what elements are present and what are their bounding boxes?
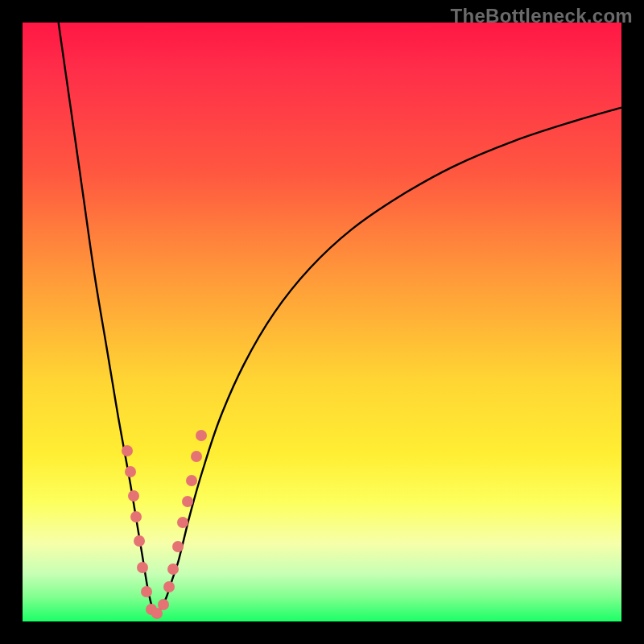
data-marker — [130, 511, 142, 522]
data-marker — [122, 445, 133, 456]
curve-left-branch — [59, 23, 155, 616]
data-marker — [177, 517, 188, 528]
data-marker — [191, 451, 202, 462]
data-marker — [128, 490, 139, 502]
data-marker — [134, 535, 145, 547]
data-marker — [172, 541, 184, 552]
data-marker — [137, 562, 148, 573]
data-marker — [182, 496, 193, 507]
watermark-text: TheBottleneck.com — [451, 5, 633, 27]
data-marker — [158, 599, 169, 610]
data-marker — [141, 586, 152, 597]
data-marker — [186, 475, 197, 486]
data-marker — [167, 564, 179, 575]
data-marker — [125, 466, 136, 477]
bottleneck-curve — [23, 23, 621, 621]
chart-frame: TheBottleneck.com — [0, 0, 644, 644]
data-marker — [163, 581, 175, 592]
plot-area — [23, 23, 621, 621]
curve-right-branch — [155, 108, 621, 616]
data-marker — [196, 430, 207, 441]
